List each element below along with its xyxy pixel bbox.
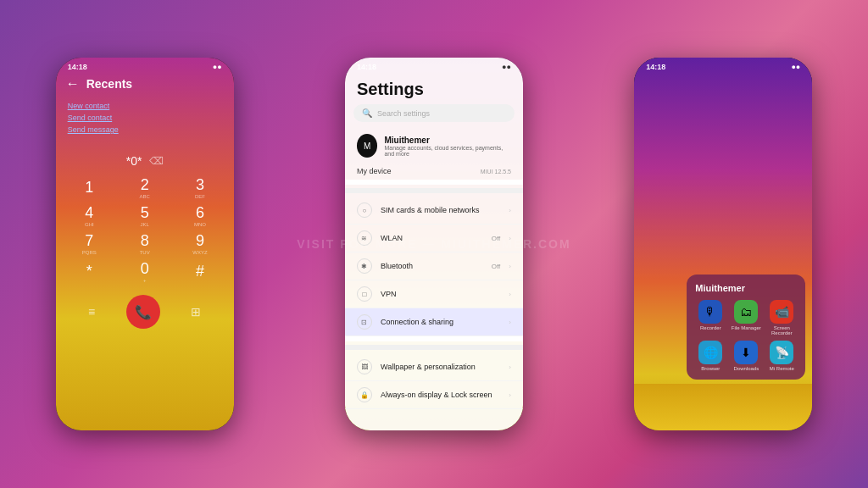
highlight-band-bottom — [345, 336, 523, 341]
app-card: Miuithemer 🎙 Recorder 🗂 File Manager 📹 S… — [687, 274, 805, 380]
wlan-icon: ≋ — [357, 230, 372, 246]
sim-label: SIM cards & mobile networks — [381, 206, 500, 214]
app-recorder[interactable]: 🎙 Recorder — [695, 300, 726, 336]
wlan-label: WLAN — [381, 234, 483, 242]
file-manager-label: File Manager — [732, 325, 761, 330]
phone1-status-bar: 14:18 ●● — [56, 58, 234, 73]
app-file-manager[interactable]: 🗂 File Manager — [731, 300, 761, 336]
app-grid: 🎙 Recorder 🗂 File Manager 📹 Screen Recor… — [695, 300, 797, 371]
dial-key-2[interactable]: 2 ABC — [120, 176, 170, 199]
settings-sim[interactable]: ○ SIM cards & mobile networks › — [345, 197, 523, 225]
settings-device[interactable]: My device MIUI 12.5.5 — [345, 163, 523, 180]
browser-label: Browser — [701, 366, 720, 371]
wallpaper-label: Wallpaper & personalization — [381, 363, 500, 371]
phone1-background: 14:18 ●● ← Recents New contact Send cont… — [56, 58, 234, 430]
wallpaper-chevron: › — [509, 363, 511, 371]
bluetooth-chevron: › — [509, 263, 511, 270]
downloads-icon: ⬇ — [734, 341, 758, 364]
phone-3: 14:18 ●● Miuithemer 🎙 Recorder 🗂 File Ma… — [634, 58, 812, 430]
mi-remote-label: Mi Remote — [770, 366, 794, 371]
account-info: Miuithemer Manage accounts, cloud servic… — [384, 136, 511, 157]
search-input[interactable]: Search settings — [377, 109, 430, 118]
recorder-icon: 🎙 — [698, 300, 722, 324]
dial-key-star[interactable]: * — [64, 260, 114, 283]
phone2-icons: ●● — [502, 63, 511, 71]
settings-panel: 14:18 ●● Settings 🔍 Search settings M Mi… — [345, 58, 523, 430]
connection-chevron: › — [509, 319, 511, 326]
phone1-time: 14:18 — [68, 63, 87, 71]
app-browser[interactable]: 🌐 Browser — [695, 341, 726, 371]
account-name: Miuithemer — [384, 136, 511, 145]
phone2-status-bar: 14:18 ●● — [345, 58, 523, 73]
lock-label: Always-on display & Lock screen — [381, 391, 500, 399]
phone-2: 14:18 ●● Settings 🔍 Search settings M Mi… — [345, 58, 523, 430]
device-label: My device — [357, 167, 392, 175]
settings-connection[interactable]: ⊡ Connection & sharing › — [345, 308, 523, 336]
wlan-value: Off — [492, 235, 501, 242]
menu-button[interactable]: ≡ — [88, 305, 95, 319]
phone-1: 14:18 ●● ← Recents New contact Send cont… — [56, 58, 234, 430]
wlan-chevron: › — [509, 235, 511, 242]
settings-lock[interactable]: 🔒 Always-on display & Lock screen › — [345, 381, 523, 409]
lock-chevron: › — [509, 391, 511, 399]
phone1-links: New contact Send contact Send message — [56, 98, 234, 137]
connection-icon: ⊡ — [357, 314, 372, 330]
phone3-status-bar: 14:18 ●● — [634, 58, 812, 73]
app-mi-remote[interactable]: 📡 Mi Remote — [766, 341, 797, 371]
vpn-chevron: › — [509, 291, 511, 298]
settings-wlan[interactable]: ≋ WLAN Off › — [345, 225, 523, 252]
phone3-time: 14:18 — [646, 63, 665, 71]
dial-key-9[interactable]: 9 WXYZ — [175, 232, 225, 255]
new-contact-link[interactable]: New contact — [68, 102, 222, 110]
dial-key-3[interactable]: 3 DEF — [175, 176, 225, 199]
settings-bluetooth[interactable]: ✱ Bluetooth Off › — [345, 252, 523, 280]
call-button[interactable]: 📞 — [126, 295, 160, 329]
dial-key-8[interactable]: 8 TUV — [120, 232, 170, 255]
browser-icon: 🌐 — [698, 341, 722, 364]
phone2-time: 14:18 — [357, 63, 376, 71]
account-description: Manage accounts, cloud services, payment… — [384, 145, 511, 157]
dial-key-1[interactable]: 1 — [64, 176, 114, 199]
downloads-label: Downloads — [733, 366, 759, 371]
recorder-label: Recorder — [700, 325, 721, 330]
send-contact-link[interactable]: Send contact — [68, 114, 222, 122]
dial-key-5[interactable]: 5 JKL — [120, 204, 170, 227]
settings-divider-1 — [345, 188, 523, 193]
device-version: MIUI 12.5.5 — [481, 169, 511, 175]
sim-icon: ○ — [357, 202, 372, 218]
recents-title: Recents — [86, 77, 132, 91]
bluetooth-icon: ✱ — [357, 258, 372, 274]
dial-key-6[interactable]: 6 MNO — [175, 204, 225, 227]
bluetooth-label: Bluetooth — [381, 262, 483, 270]
dial-key-0[interactable]: 0 + — [120, 260, 170, 283]
settings-wallpaper[interactable]: 🖼 Wallpaper & personalization › — [345, 353, 523, 381]
settings-divider-2 — [345, 345, 523, 350]
file-manager-icon: 🗂 — [734, 300, 758, 324]
dial-key-4[interactable]: 4 GHI — [64, 204, 114, 227]
app-screen-recorder[interactable]: 📹 Screen Recorder — [766, 300, 797, 336]
settings-title: Settings — [345, 76, 523, 104]
bluetooth-value: Off — [492, 263, 501, 270]
dialpad-actions: ≡ 📞 ⊞ — [64, 295, 225, 329]
settings-search[interactable]: 🔍 Search settings — [353, 104, 515, 122]
dialpad-grid: 1 2 ABC 3 DEF 4 GHI — [64, 176, 225, 283]
back-button[interactable]: ← — [66, 76, 80, 92]
screen-recorder-icon: 📹 — [770, 300, 793, 324]
app-downloads[interactable]: ⬇ Downloads — [731, 341, 761, 371]
phone1-signal: ●● — [213, 63, 222, 71]
dial-key-7[interactable]: 7 PQRS — [64, 232, 114, 255]
delete-icon[interactable]: ⌫ — [149, 155, 164, 167]
dialpad-input: *0* — [126, 154, 142, 168]
dial-key-hash[interactable]: # — [175, 260, 225, 283]
yellow-band — [634, 384, 812, 430]
phone3-background: 14:18 ●● Miuithemer 🎙 Recorder 🗂 File Ma… — [634, 58, 812, 430]
dialpad-button[interactable]: ⊞ — [191, 305, 201, 319]
call-icon: 📞 — [135, 304, 152, 320]
vpn-icon: □ — [357, 286, 372, 302]
search-icon: 🔍 — [362, 108, 372, 118]
phone1-status-icons: ●● — [213, 63, 222, 71]
account-avatar: M — [357, 134, 377, 158]
settings-vpn[interactable]: □ VPN › — [345, 280, 523, 308]
send-message-link[interactable]: Send message — [68, 125, 222, 134]
settings-account[interactable]: M Miuithemer Manage accounts, cloud serv… — [345, 129, 523, 163]
